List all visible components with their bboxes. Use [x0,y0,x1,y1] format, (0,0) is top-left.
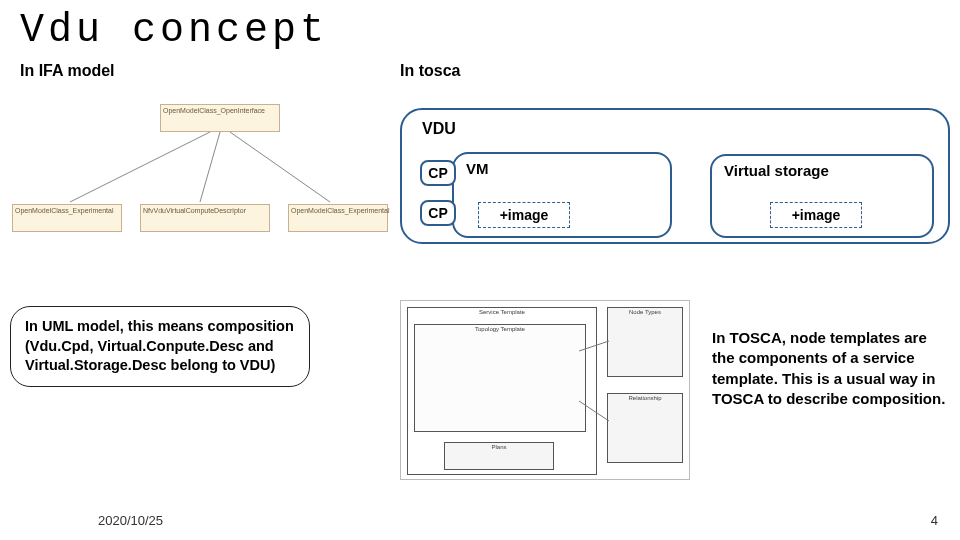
vm-label: VM [466,160,489,177]
virtual-storage-label: Virtual storage [724,162,829,179]
subhead-row: In IFA model In tosca [20,62,940,80]
vm-group: VM +image [452,152,672,238]
svg-line-0 [70,132,210,202]
vdu-diagram: VDU VM +image CP CP Virtual storage +ima… [400,108,950,244]
image-box-2: +image [770,202,862,228]
cp-box-1: CP [420,160,456,186]
uml-explanation: In UML model, this means composition (Vd… [10,306,310,387]
subhead-ifa: In IFA model [20,62,400,80]
svg-line-1 [200,132,220,202]
uml-diagram: OpenModelClass_OpenInterface OpenModelCl… [10,150,390,260]
footer-date: 2020/10/25 [98,513,163,528]
footer-page-number: 4 [931,513,938,528]
virtual-storage-group: Virtual storage +image [710,154,934,238]
page-title: Vdu concept [0,0,960,53]
cp-box-2: CP [420,200,456,226]
subhead-tosca: In tosca [400,62,460,80]
svg-line-2 [230,132,330,202]
vdu-label: VDU [422,120,456,138]
tosca-explanation: In TOSCA, node templates are the compone… [712,328,950,409]
service-template-diagram: Service Template Topology Template Plans… [400,300,690,480]
image-box-1: +image [478,202,570,228]
